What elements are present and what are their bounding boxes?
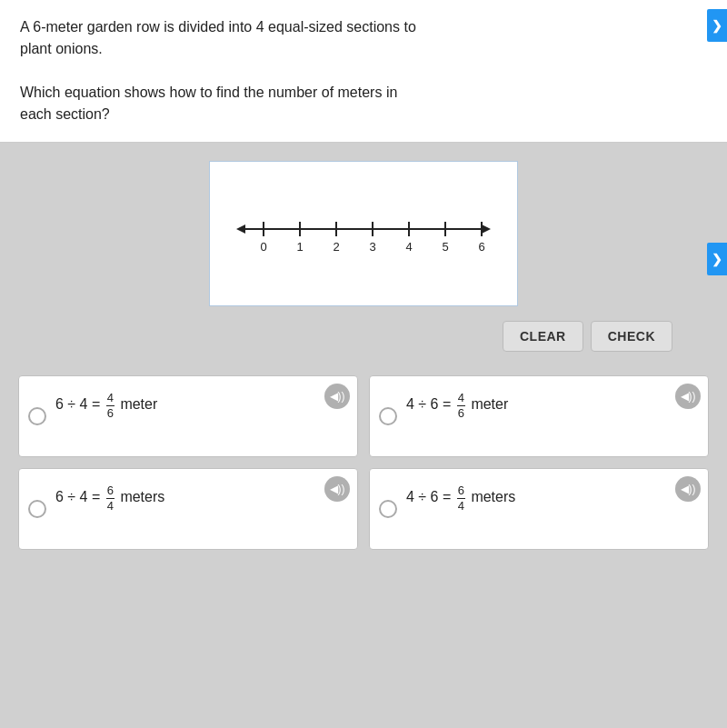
choice-a-fraction: 46 <box>106 391 115 420</box>
choice-a-denominator: 6 <box>106 406 115 421</box>
number-line-container: 0 1 2 3 4 5 6 <box>209 161 518 306</box>
audio-btn-a[interactable]: ◀)) <box>324 384 350 409</box>
choice-a-prefix: 6 ÷ 4 = <box>55 396 105 412</box>
choice-text-b: 4 ÷ 6 = 46 meter <box>406 389 508 420</box>
choice-d-prefix: 4 ÷ 6 = <box>406 489 455 504</box>
choice-c-unit: meters <box>120 489 164 504</box>
scroll-right-btn-mid[interactable]: ❯ <box>707 243 727 275</box>
audio-icon-b: ◀)) <box>681 390 696 403</box>
question-line1: A 6-meter garden row is divided into 4 e… <box>20 19 416 35</box>
choice-d-fraction: 64 <box>457 484 465 513</box>
svg-text:3: 3 <box>369 240 375 254</box>
svg-text:6: 6 <box>478 240 484 254</box>
svg-text:4: 4 <box>405 240 412 254</box>
middle-area: 0 1 2 3 4 5 6 ❯ <box>0 143 727 375</box>
choice-d-numerator: 6 <box>457 484 465 499</box>
choice-c-fraction: 64 <box>106 484 115 513</box>
svg-text:2: 2 <box>333 240 339 254</box>
choice-card-c: ◀)) 6 ÷ 4 = 64 meters <box>18 468 358 550</box>
choice-b-prefix: 4 ÷ 6 = <box>406 396 455 412</box>
choice-a-numerator: 4 <box>106 391 115 406</box>
radio-b[interactable] <box>379 407 397 425</box>
audio-icon-c: ◀)) <box>330 483 345 495</box>
choices-grid: ◀)) 6 ÷ 4 = 46 meter ◀)) 4 ÷ 6 = 46 mete… <box>0 375 727 559</box>
choice-d-unit: meters <box>471 489 515 504</box>
audio-btn-d[interactable]: ◀)) <box>675 476 701 502</box>
question-line3: Which equation shows how to find the num… <box>20 85 397 100</box>
scroll-right-btn-top[interactable]: ❯ <box>707 9 727 42</box>
right-arrow <box>482 224 491 234</box>
choice-text-a: 6 ÷ 4 = 46 meter <box>55 389 157 420</box>
choice-c-numerator: 6 <box>106 484 115 499</box>
question-card: A 6-meter garden row is divided into 4 e… <box>0 0 727 143</box>
choice-d-denominator: 4 <box>457 499 465 514</box>
choice-text-c: 6 ÷ 4 = 64 meters <box>55 482 164 513</box>
svg-text:0: 0 <box>260 240 266 254</box>
choice-card-d: ◀)) 4 ÷ 6 = 64 meters <box>369 468 709 550</box>
choice-card-b: ◀)) 4 ÷ 6 = 46 meter <box>369 375 709 457</box>
radio-a[interactable] <box>28 407 46 425</box>
audio-btn-b[interactable]: ◀)) <box>675 384 701 409</box>
audio-icon-d: ◀)) <box>681 483 696 495</box>
radio-d[interactable] <box>379 500 397 518</box>
audio-icon-a: ◀)) <box>330 390 345 403</box>
choice-c-prefix: 6 ÷ 4 = <box>55 489 105 504</box>
choice-b-fraction: 46 <box>457 391 465 420</box>
number-line-svg: 0 1 2 3 4 5 6 <box>227 197 500 270</box>
question-text: A 6-meter garden row is divided into 4 e… <box>20 16 707 125</box>
svg-text:1: 1 <box>296 240 303 254</box>
main-container: A 6-meter garden row is divided into 4 e… <box>0 0 727 728</box>
audio-btn-c[interactable]: ◀)) <box>324 476 350 502</box>
chevron-right-icon-mid: ❯ <box>712 252 722 266</box>
choice-a-unit: meter <box>120 396 157 412</box>
check-button[interactable]: CHECK <box>591 321 672 352</box>
choice-b-denominator: 6 <box>457 406 465 421</box>
choice-c-denominator: 4 <box>106 499 115 514</box>
question-line4: each section? <box>20 106 110 122</box>
choice-b-unit: meter <box>471 396 508 412</box>
svg-text:5: 5 <box>442 240 448 254</box>
buttons-row: CLEAR CHECK <box>27 321 700 352</box>
left-arrow <box>236 224 245 234</box>
question-line2: plant onions. <box>20 41 103 56</box>
choice-text-d: 4 ÷ 6 = 64 meters <box>406 482 515 513</box>
clear-button[interactable]: CLEAR <box>503 321 583 352</box>
chevron-right-icon: ❯ <box>712 18 722 33</box>
choice-b-numerator: 4 <box>457 391 465 406</box>
radio-c[interactable] <box>28 500 46 518</box>
choice-card-a: ◀)) 6 ÷ 4 = 46 meter <box>18 375 358 457</box>
